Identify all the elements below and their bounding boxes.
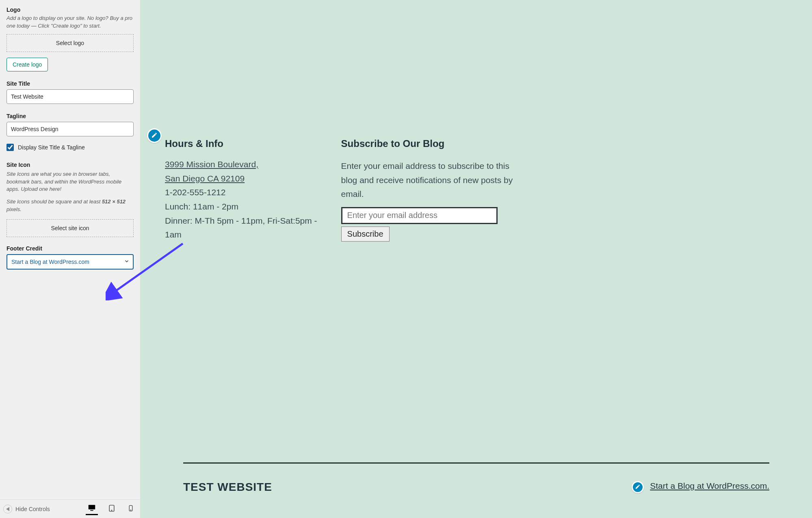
pencil-icon <box>635 484 641 491</box>
svg-point-3 <box>111 510 112 510</box>
subscribe-button[interactable]: Subscribe <box>341 227 390 242</box>
subscribe-email-input[interactable] <box>341 207 498 224</box>
subscribe-heading: Subscribe to Our Blog <box>341 138 522 149</box>
address-link[interactable]: 3999 Mission Boulevard, San Diego CA 921… <box>165 160 258 183</box>
desktop-preview-button[interactable] <box>86 503 98 515</box>
tagline-label: Tagline <box>6 113 134 119</box>
hide-controls-label: Hide Controls <box>15 506 50 512</box>
subscribe-widget: Subscribe to Our Blog Enter your email a… <box>333 138 522 242</box>
lunch-text: Lunch: 11am - 2pm <box>165 202 238 211</box>
collapse-icon <box>3 505 12 514</box>
site-icon-label: Site Icon <box>6 162 134 168</box>
dinner-text: Dinner: M-Th 5pm - 11pm, Fri-Sat:5pm - 1… <box>165 216 317 240</box>
site-title-label: Site Title <box>6 80 134 87</box>
logo-section-label: Logo <box>6 6 134 13</box>
desktop-icon <box>87 507 96 514</box>
footer-divider <box>183 462 769 464</box>
select-logo-button[interactable]: Select logo <box>6 34 134 52</box>
device-preview-toggles <box>86 503 136 515</box>
hours-info-widget: Hours & Info 3999 Mission Boulevard, San… <box>165 138 333 242</box>
display-title-tagline-row[interactable]: Display Site Title & Tagline <box>6 144 134 151</box>
mobile-icon <box>127 507 134 513</box>
svg-point-5 <box>130 510 131 510</box>
pencil-icon <box>151 132 158 140</box>
edit-footer-credit-button[interactable] <box>632 481 644 493</box>
site-title-input[interactable] <box>6 89 134 104</box>
tablet-preview-button[interactable] <box>106 503 117 514</box>
logo-section-desc: Add a logo to display on your site. No l… <box>6 15 134 30</box>
footer-credit-link[interactable]: Start a Blog at WordPress.com. <box>650 481 769 490</box>
mobile-preview-button[interactable] <box>126 504 136 514</box>
hours-heading: Hours & Info <box>165 138 321 149</box>
footer-credit-select[interactable]: Start a Blog at WordPress.com <box>6 254 134 270</box>
edit-widget-button[interactable] <box>147 128 162 143</box>
display-title-tagline-checkbox[interactable] <box>6 144 14 151</box>
sidebar-scroll[interactable]: Logo Add a logo to display on your site.… <box>0 0 140 499</box>
footer-credit-label: Footer Credit <box>6 245 134 252</box>
sidebar-bottom-bar: Hide Controls <box>0 499 140 518</box>
site-icon-desc-2: Site Icons should be square and at least… <box>6 198 134 214</box>
svg-rect-0 <box>89 505 95 509</box>
tagline-input[interactable] <box>6 122 134 136</box>
customizer-sidebar: Logo Add a logo to display on your site.… <box>0 0 141 518</box>
footer-site-title: TEST WEBSITE <box>183 481 272 494</box>
preview-footer: TEST WEBSITE Start a Blog at WordPress.c… <box>141 462 812 494</box>
svg-rect-1 <box>90 510 93 511</box>
phone-text: 1-202-555-1212 <box>165 188 225 197</box>
create-logo-button[interactable]: Create logo <box>6 58 48 71</box>
site-preview[interactable]: Hours & Info 3999 Mission Boulevard, San… <box>141 0 812 518</box>
tablet-icon <box>108 507 116 514</box>
select-site-icon-button[interactable]: Select site icon <box>6 219 134 237</box>
display-title-tagline-label: Display Site Title & Tagline <box>18 144 85 151</box>
site-icon-desc-1: Site Icons are what you see in browser t… <box>6 171 134 194</box>
hide-controls-button[interactable]: Hide Controls <box>3 505 50 514</box>
subscribe-description: Enter your email address to subscribe to… <box>341 159 522 201</box>
